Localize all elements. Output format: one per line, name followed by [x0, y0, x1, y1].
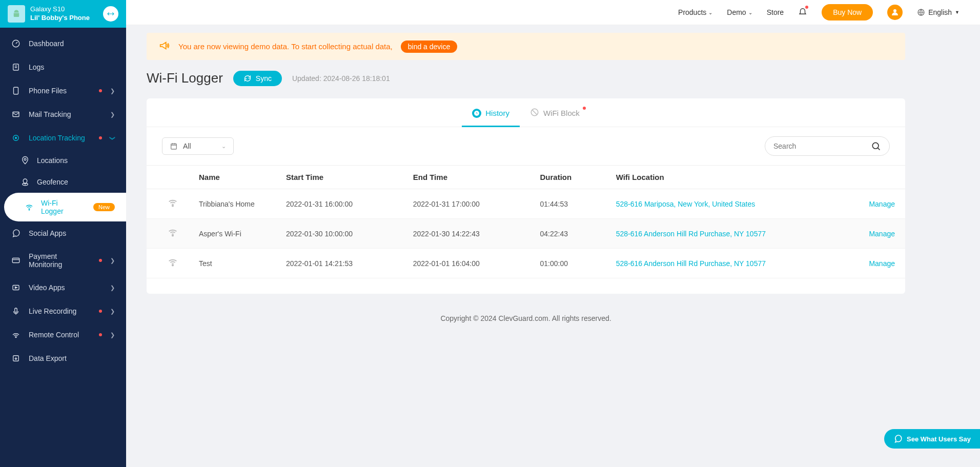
- sidebar-item-logs[interactable]: Logs: [0, 55, 126, 79]
- alert-dot: [99, 136, 102, 139]
- chevron-right-icon: ❯: [110, 111, 115, 118]
- svg-point-6: [24, 158, 26, 160]
- alert-dot: [99, 333, 102, 336]
- manage-link[interactable]: Manage: [854, 219, 905, 249]
- sidebar-item-remote-control[interactable]: Remote Control ❯: [0, 323, 126, 347]
- logs-icon: [11, 63, 21, 72]
- banner-text: You are now viewing demo data. To start …: [178, 42, 393, 51]
- svg-rect-9: [12, 258, 19, 263]
- sidebar-item-video-apps[interactable]: Video Apps ❯: [0, 276, 126, 299]
- wifi-icon: [147, 219, 189, 249]
- caret-down-icon: ▼: [955, 10, 959, 15]
- cell-name: Test: [189, 249, 276, 278]
- sidebar: Galaxy S10 Lil' Bobby's Phone Dashboard …: [0, 0, 126, 467]
- sidebar-subitem-locations[interactable]: Locations: [0, 150, 126, 171]
- chevron-right-icon: ❯: [110, 332, 115, 338]
- tab-history[interactable]: History: [462, 108, 520, 127]
- card-icon: [11, 256, 21, 265]
- svg-point-14: [893, 9, 896, 12]
- nav-products[interactable]: Products⌄: [678, 8, 712, 16]
- col-start: Start Time: [276, 166, 403, 189]
- device-header[interactable]: Galaxy S10 Lil' Bobby's Phone: [0, 0, 126, 28]
- footer-text: Copyright © 2024 ClevGuard.com. All righ…: [147, 304, 905, 333]
- svg-rect-1: [13, 64, 19, 70]
- sidebar-nav: Dashboard Logs Phone Files ❯ Mail Tracki…: [0, 28, 126, 374]
- cell-location-link[interactable]: 528-616 Anderson Hill Rd Purchase, NY 10…: [606, 219, 854, 249]
- sidebar-item-phone-files[interactable]: Phone Files ❯: [0, 79, 126, 103]
- geofence-icon: [21, 177, 30, 187]
- svg-point-8: [29, 210, 30, 211]
- tabs: History WiFi Block: [147, 98, 905, 127]
- sidebar-item-social-apps[interactable]: Social Apps: [0, 221, 126, 245]
- sidebar-item-mail-tracking[interactable]: Mail Tracking ❯: [0, 103, 126, 126]
- buy-now-button[interactable]: Buy Now: [822, 4, 873, 21]
- language-selector[interactable]: English ▼: [917, 8, 959, 16]
- svg-point-12: [15, 336, 16, 337]
- sidebar-subitem-wifi-logger[interactable]: Wi-Fi Logger New: [4, 193, 126, 221]
- device-name: Lil' Bobby's Phone: [30, 14, 98, 23]
- date-filter[interactable]: All ⌄: [162, 137, 234, 155]
- avatar[interactable]: [887, 5, 903, 20]
- cell-start: 2022-01-01 14:21:53: [276, 249, 403, 278]
- swap-device-icon[interactable]: [103, 6, 118, 22]
- table-row: Test2022-01-01 14:21:532022-01-01 16:04:…: [147, 249, 905, 278]
- alert-dot: [99, 310, 102, 313]
- alert-dot: [99, 259, 102, 262]
- alert-dot: [805, 6, 808, 9]
- cell-duration: 01:00:00: [529, 249, 605, 278]
- files-icon: [11, 86, 21, 95]
- sidebar-item-data-export[interactable]: Data Export: [0, 347, 126, 370]
- col-duration: Duration: [529, 166, 605, 189]
- main: Products⌄ Demo⌄ Store Buy Now English ▼: [126, 0, 980, 467]
- col-location: Wifi Location: [606, 166, 854, 189]
- nav-store[interactable]: Store: [767, 8, 784, 16]
- sidebar-item-payment-monitoring[interactable]: Payment Monitoring ❯: [0, 245, 126, 276]
- search-input[interactable]: [773, 142, 866, 150]
- cell-duration: 04:22:43: [529, 219, 605, 249]
- bind-device-button[interactable]: bind a device: [401, 40, 458, 53]
- chevron-down-icon: ❯: [109, 136, 116, 140]
- clock-icon: [472, 109, 481, 118]
- chevron-right-icon: ❯: [110, 308, 115, 315]
- cell-end: 2022-01-30 14:22:43: [403, 219, 530, 249]
- caret-down-icon: ⌄: [748, 10, 752, 15]
- feedback-button[interactable]: See What Users Say: [884, 429, 980, 449]
- sidebar-item-live-recording[interactable]: Live Recording ❯: [0, 299, 126, 323]
- col-name: Name: [189, 166, 276, 189]
- calendar-icon: [170, 142, 178, 150]
- cell-end: 2022-01-01 16:04:00: [403, 249, 530, 278]
- manage-link[interactable]: Manage: [854, 189, 905, 219]
- chat-icon: [11, 229, 21, 238]
- chevron-right-icon: ❯: [110, 257, 115, 264]
- video-icon: [11, 283, 21, 292]
- svg-point-22: [172, 265, 173, 266]
- nav-demo[interactable]: Demo⌄: [727, 8, 752, 16]
- cell-name: Tribbiana's Home: [189, 189, 276, 219]
- chevron-right-icon: ❯: [110, 285, 115, 291]
- search-icon: [871, 141, 881, 151]
- tab-wifi-block[interactable]: WiFi Block: [520, 108, 590, 127]
- manage-link[interactable]: Manage: [854, 249, 905, 278]
- cell-location-link[interactable]: 528-616 Mariposa, New York, United State…: [606, 189, 854, 219]
- svg-point-5: [15, 137, 17, 139]
- sidebar-subitem-geofence[interactable]: Geofence: [0, 171, 126, 193]
- svg-point-20: [172, 205, 173, 206]
- wifi-table: Name Start Time End Time Duration Wifi L…: [147, 165, 905, 278]
- wifi-log-card: History WiFi Block All: [147, 98, 905, 294]
- sidebar-item-dashboard[interactable]: Dashboard: [0, 32, 126, 55]
- svg-rect-11: [15, 308, 17, 312]
- alert-dot: [583, 107, 586, 110]
- search-box[interactable]: [765, 136, 890, 156]
- sync-button[interactable]: Sync: [233, 71, 282, 86]
- caret-down-icon: ⌄: [708, 10, 712, 15]
- updated-text: Updated: 2024-08-26 18:18:01: [292, 74, 390, 83]
- notifications-button[interactable]: [798, 7, 807, 18]
- sidebar-item-location-tracking[interactable]: Location Tracking ❯: [0, 126, 126, 150]
- wifi-icon: [147, 189, 189, 219]
- cell-name: Asper's Wi-Fi: [189, 219, 276, 249]
- pin-icon: [21, 156, 30, 165]
- col-end: End Time: [403, 166, 530, 189]
- cell-location-link[interactable]: 528-616 Anderson Hill Rd Purchase, NY 10…: [606, 249, 854, 278]
- table-row: Tribbiana's Home2022-01-31 16:00:002022-…: [147, 189, 905, 219]
- new-badge: New: [93, 203, 115, 211]
